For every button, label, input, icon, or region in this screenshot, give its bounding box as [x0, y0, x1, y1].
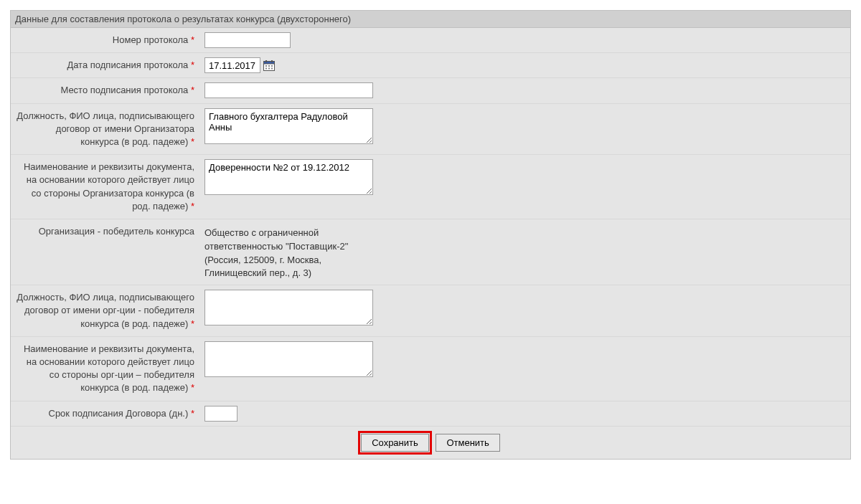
label-organizer-doc: Наименование и реквизиты документа, на о… — [11, 155, 199, 219]
required-mark: * — [191, 201, 194, 211]
row-signing-term: Срок подписания Договора (дн.) * — [11, 401, 850, 427]
required-mark: * — [191, 318, 194, 329]
winner-signer-textarea[interactable] — [204, 290, 373, 325]
button-bar: Сохранить Отменить — [11, 427, 850, 459]
label-organizer-signer: Должность, ФИО лица, подписывающего дого… — [11, 104, 199, 155]
calendar-icon[interactable] — [263, 60, 275, 71]
cancel-button[interactable]: Отменить — [436, 434, 499, 452]
winner-org-text: Общество с ограниченной ответственностью… — [204, 224, 373, 280]
winner-doc-textarea[interactable] — [204, 341, 373, 377]
save-button[interactable]: Сохранить — [361, 434, 429, 452]
required-mark: * — [191, 382, 194, 393]
required-mark: * — [191, 60, 194, 70]
label-winner-doc: Наименование и реквизиты документа, на о… — [11, 337, 199, 401]
protocol-number-input[interactable] — [204, 32, 291, 48]
required-mark: * — [191, 85, 194, 95]
organizer-signer-textarea[interactable]: Главного бухгалтера Радуловой Анны — [204, 108, 373, 144]
row-signing-date: Дата подписания протокола * — [11, 53, 850, 78]
required-mark: * — [191, 34, 194, 45]
row-organizer-signer: Должность, ФИО лица, подписывающего дого… — [11, 104, 850, 156]
form-title: Данные для составления протокола о резул… — [15, 14, 351, 24]
protocol-form: Данные для составления протокола о резул… — [10, 10, 851, 460]
svg-rect-5 — [268, 65, 270, 67]
row-organizer-doc: Наименование и реквизиты документа, на о… — [11, 155, 850, 219]
organizer-doc-textarea[interactable]: Доверенности №2 от 19.12.2012 — [204, 159, 373, 195]
svg-rect-7 — [265, 67, 267, 69]
label-winner-org: Организация - победитель конкурса — [11, 219, 199, 285]
label-winner-signer: Должность, ФИО лица, подписывающего дого… — [11, 285, 199, 336]
svg-rect-3 — [271, 60, 273, 62]
form-header: Данные для составления протокола о резул… — [11, 11, 850, 28]
label-protocol-number: Номер протокола * — [11, 28, 199, 52]
row-protocol-number: Номер протокола * — [11, 28, 850, 53]
svg-rect-6 — [271, 65, 273, 67]
svg-rect-1 — [264, 61, 275, 64]
svg-rect-9 — [271, 67, 273, 69]
svg-rect-4 — [265, 65, 267, 67]
signing-place-input[interactable] — [204, 82, 373, 98]
signing-term-input[interactable] — [204, 406, 237, 422]
label-signing-date: Дата подписания протокола * — [11, 53, 199, 77]
label-signing-term: Срок подписания Договора (дн.) * — [11, 401, 199, 426]
required-mark: * — [191, 408, 194, 419]
svg-rect-8 — [268, 67, 270, 69]
svg-rect-2 — [265, 60, 267, 62]
required-mark: * — [191, 136, 194, 147]
row-signing-place: Место подписания протокола * — [11, 78, 850, 103]
signing-date-input[interactable] — [204, 57, 260, 73]
row-winner-signer: Должность, ФИО лица, подписывающего дого… — [11, 285, 850, 337]
row-winner-doc: Наименование и реквизиты документа, на о… — [11, 337, 850, 401]
row-winner-org: Организация - победитель конкурса Общест… — [11, 219, 850, 285]
date-wrapper — [204, 57, 275, 73]
label-signing-place: Место подписания протокола * — [11, 78, 199, 103]
